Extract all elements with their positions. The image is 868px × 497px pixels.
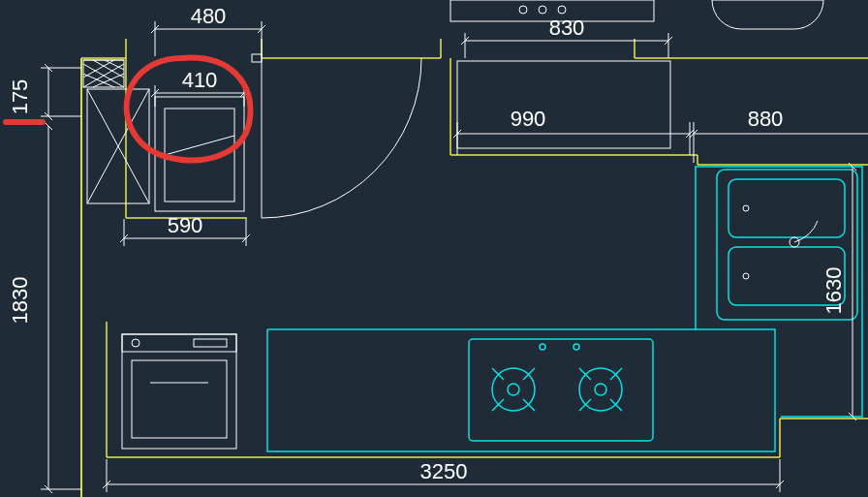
dim-label-1830: 1830: [8, 277, 32, 325]
oven: [122, 334, 236, 449]
dim-label-830: 830: [549, 16, 585, 40]
svg-line-59: [610, 399, 622, 411]
svg-point-61: [574, 344, 579, 350]
dim-label-990: 990: [511, 107, 546, 131]
dim-label-480: 480: [191, 4, 227, 28]
svg-rect-23: [457, 61, 670, 148]
svg-point-20: [519, 6, 527, 14]
upper-sink-strip: [450, 0, 823, 29]
svg-rect-47: [469, 339, 653, 441]
column-hatch: [83, 60, 124, 87]
dim-1830: 1830: [8, 122, 81, 493]
cooktop: [469, 339, 653, 441]
svg-rect-66: [194, 339, 227, 347]
x-box: [87, 89, 149, 203]
dim-1630: 1630: [822, 163, 856, 420]
svg-line-27: [93, 60, 124, 78]
svg-line-56: [579, 368, 591, 380]
door-swing: [252, 54, 421, 218]
svg-point-21: [539, 6, 546, 14]
svg-line-32: [83, 60, 114, 78]
svg-point-65: [132, 339, 140, 347]
svg-point-60: [540, 344, 545, 350]
svg-line-51: [523, 368, 535, 380]
dim-480: 480: [151, 4, 265, 56]
dim-3250: 3250: [103, 459, 784, 492]
dim-175: 175: [8, 64, 81, 120]
svg-point-49: [508, 384, 519, 395]
svg-line-50: [492, 368, 504, 380]
dim-label-410: 410: [182, 68, 218, 92]
svg-point-22: [558, 6, 566, 14]
dim-label-590: 590: [168, 213, 203, 237]
svg-point-46: [743, 273, 749, 279]
floorplan-canvas[interactable]: 480 830 175 410: [0, 0, 868, 497]
svg-point-55: [595, 384, 606, 395]
dim-label-1630: 1630: [822, 267, 846, 315]
cabinet-410: [155, 97, 244, 211]
svg-point-45: [743, 205, 749, 211]
upper-cabinet-830: [457, 61, 670, 148]
dim-label-880: 880: [748, 107, 784, 131]
svg-line-57: [610, 368, 622, 380]
svg-rect-67: [132, 360, 227, 438]
svg-line-58: [579, 399, 591, 411]
dim-label-175: 175: [8, 79, 32, 115]
dim-830: 830: [461, 16, 672, 58]
svg-rect-40: [252, 54, 262, 62]
svg-line-52: [492, 399, 504, 411]
svg-line-53: [523, 399, 535, 411]
svg-rect-42: [728, 179, 845, 237]
dim-label-3250: 3250: [420, 459, 468, 483]
dim-880: 880: [690, 107, 868, 163]
lower-counter-run: [267, 167, 862, 451]
